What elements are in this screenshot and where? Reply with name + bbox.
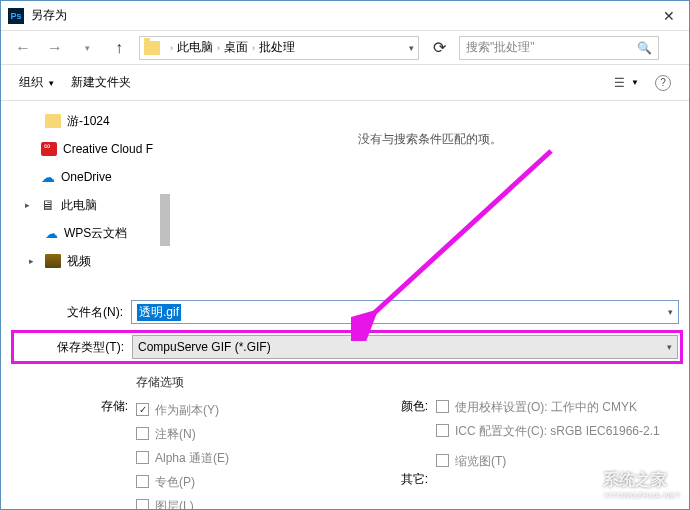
sidebar-item[interactable]: ☁ WPS云文档 — [1, 221, 171, 245]
breadcrumb-part[interactable]: 桌面 — [224, 39, 248, 56]
sidebar-item-label: Creative Cloud F — [63, 142, 153, 156]
filetype-row: 保存类型(T): CompuServe GIF (*.GIF) ▾ — [16, 335, 678, 359]
chevron-down-icon[interactable]: ▾ — [667, 342, 672, 352]
up-icon[interactable]: ↑ — [107, 36, 131, 60]
new-folder-button[interactable]: 新建文件夹 — [71, 74, 131, 91]
help-icon[interactable]: ? — [655, 75, 671, 91]
chevron-down-icon: ▼ — [631, 78, 639, 87]
sidebar-item-label: 此电脑 — [61, 197, 97, 214]
filename-input[interactable]: 透明.gif ▾ — [131, 300, 679, 324]
forward-icon: → — [43, 36, 67, 60]
chevron-down-icon: ▼ — [47, 79, 55, 88]
video-icon — [45, 254, 61, 268]
back-icon[interactable]: ← — [11, 36, 35, 60]
search-placeholder: 搜索"批处理" — [466, 39, 637, 56]
option-as-copy[interactable]: 作为副本(Y) — [136, 401, 376, 419]
cloud-icon: ☁ — [41, 169, 55, 185]
sidebar-item-label: 游-1024 — [67, 113, 110, 130]
app-icon: Ps — [8, 8, 24, 24]
sidebar-item-label: 视频 — [67, 253, 91, 270]
watermark-brand: 系统之家 — [603, 470, 681, 491]
folder-icon — [45, 114, 61, 128]
search-icon: 🔍 — [637, 41, 652, 55]
sidebar-item[interactable]: ☁ OneDrive — [1, 165, 171, 189]
store-label: 存储: — [11, 398, 128, 415]
sidebar-item[interactable]: 游-1024 — [1, 109, 171, 133]
sidebar-item[interactable]: ▸ 视频 — [1, 249, 171, 273]
chevron-down-icon[interactable]: ▾ — [668, 307, 673, 317]
other-label: 其它: — [376, 471, 428, 488]
navbar: ← → ▾ ↑ › 此电脑 › 桌面 › 批处理 ▾ ⟳ 搜索"批处理" 🔍 — [1, 31, 689, 65]
content-area: 游-1024 Creative Cloud F ☁ OneDrive ▸🖥 此电… — [1, 101, 689, 296]
sidebar: 游-1024 Creative Cloud F ☁ OneDrive ▸🖥 此电… — [1, 101, 171, 296]
window-title: 另存为 — [31, 7, 649, 24]
option-notes[interactable]: 注释(N) — [136, 425, 376, 443]
sidebar-item-label: OneDrive — [61, 170, 112, 184]
folder-icon — [144, 41, 160, 55]
chevron-down-icon[interactable]: ▾ — [409, 43, 414, 53]
filetype-label: 保存类型(T): — [16, 339, 132, 356]
filename-row: 文件名(N): 透明.gif ▾ — [1, 296, 689, 328]
recent-dropdown-icon[interactable]: ▾ — [75, 36, 99, 60]
breadcrumb-part[interactable]: 批处理 — [259, 39, 295, 56]
checkbox-icon[interactable] — [136, 403, 149, 416]
view-icon: ☰ — [608, 72, 630, 94]
option-alpha[interactable]: Alpha 通道(E) — [136, 449, 376, 467]
pc-icon: 🖥 — [41, 197, 55, 213]
close-button[interactable]: ✕ — [649, 1, 689, 31]
option-layers[interactable]: 图层(L) — [136, 497, 376, 510]
sidebar-item[interactable]: ▸🖥 此电脑 — [1, 193, 171, 217]
sidebar-item[interactable]: Creative Cloud F — [1, 137, 171, 161]
view-button[interactable]: ☰ ▼ — [608, 72, 639, 94]
scrollbar-thumb[interactable] — [160, 194, 170, 246]
checkbox-icon[interactable] — [136, 475, 149, 488]
watermark-logo — [557, 467, 597, 503]
option-spot[interactable]: 专色(P) — [136, 473, 376, 491]
filename-value: 透明.gif — [137, 304, 181, 321]
watermark: 系统之家 YITONGZHUA.NET — [557, 467, 681, 503]
option-proof[interactable]: 使用校样设置(O): 工作中的 CMYK — [436, 398, 679, 416]
chevron-right-icon: › — [170, 43, 173, 53]
checkbox-icon[interactable] — [436, 400, 449, 413]
color-label: 颜色: — [376, 398, 428, 415]
checkbox-icon[interactable] — [136, 427, 149, 440]
expand-icon[interactable]: ▸ — [29, 256, 39, 266]
annotation-highlight: 保存类型(T): CompuServe GIF (*.GIF) ▾ — [11, 330, 683, 364]
refresh-icon[interactable]: ⟳ — [427, 36, 451, 60]
breadcrumb-part[interactable]: 此电脑 — [177, 39, 213, 56]
checkbox-icon[interactable] — [436, 454, 449, 467]
breadcrumb[interactable]: › 此电脑 › 桌面 › 批处理 ▾ — [139, 36, 419, 60]
expand-icon[interactable]: ▸ — [25, 200, 35, 210]
empty-message: 没有与搜索条件匹配的项。 — [358, 132, 502, 146]
creative-cloud-icon — [41, 142, 57, 156]
options-header: 存储选项 — [136, 374, 376, 391]
filetype-select[interactable]: CompuServe GIF (*.GIF) ▾ — [132, 335, 678, 359]
toolbar: 组织 ▼ 新建文件夹 ☰ ▼ ? — [1, 65, 689, 101]
checkbox-icon[interactable] — [136, 451, 149, 464]
option-icc[interactable]: ICC 配置文件(C): sRGB IEC61966-2.1 — [436, 422, 679, 440]
cloud-icon: ☁ — [45, 226, 58, 241]
watermark-url: YITONGZHUA.NET — [603, 491, 681, 500]
checkbox-icon[interactable] — [436, 424, 449, 437]
filename-label: 文件名(N): — [1, 304, 131, 321]
file-list: 没有与搜索条件匹配的项。 — [171, 101, 689, 296]
titlebar: Ps 另存为 ✕ — [1, 1, 689, 31]
sidebar-item-label: WPS云文档 — [64, 225, 127, 242]
filetype-value: CompuServe GIF (*.GIF) — [138, 340, 271, 354]
chevron-right-icon: › — [252, 43, 255, 53]
checkbox-icon[interactable] — [136, 499, 149, 510]
chevron-right-icon: › — [217, 43, 220, 53]
search-input[interactable]: 搜索"批处理" 🔍 — [459, 36, 659, 60]
organize-button[interactable]: 组织 ▼ — [19, 74, 55, 91]
